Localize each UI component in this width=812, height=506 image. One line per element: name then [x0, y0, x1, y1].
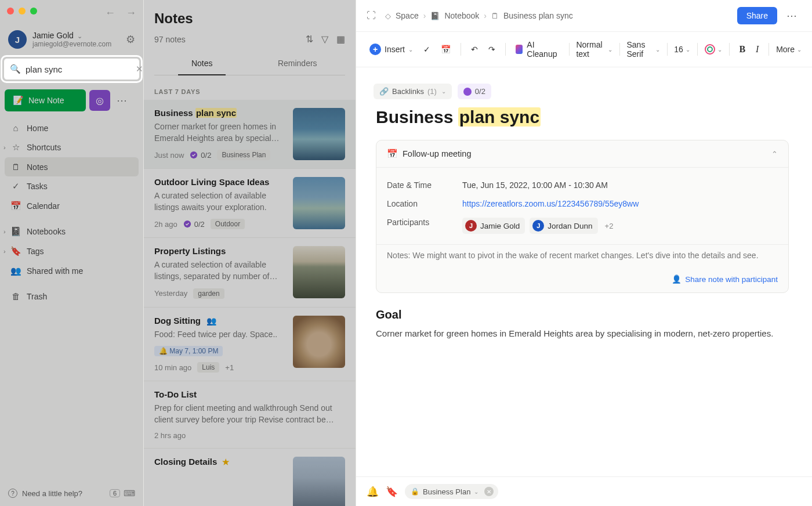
color-swatch-icon [705, 44, 715, 55]
chevron-down-icon: ⌄ [797, 46, 802, 53]
forward-button[interactable]: → [126, 7, 136, 19]
toolbar: +Insert⌄ ✓ 📅 ↶ ↷ AI Cleanup Normal text⌄… [356, 32, 812, 67]
note-list-item[interactable]: Closing Details ★ [144, 449, 356, 506]
crumb-notebook[interactable]: Notebook [444, 11, 479, 20]
avatar: J [8, 30, 27, 49]
participant-chip[interactable]: JJamie Gold [462, 218, 525, 234]
expand-icon[interactable]: ⛶ [367, 10, 376, 21]
window-traffic-lights[interactable] [7, 8, 37, 15]
remove-tag-icon[interactable]: ✕ [484, 487, 494, 496]
paragraph-style-select[interactable]: Normal text⌄ [576, 40, 612, 59]
italic-button[interactable]: I [753, 42, 762, 57]
help-row[interactable]: ? Need a little help? 6 ⌨ [0, 480, 143, 506]
avatar: J [465, 220, 477, 232]
notebook-icon: 📓 [10, 226, 21, 237]
sidebar-item-tags[interactable]: ›🔖Tags [5, 241, 139, 261]
crumb-note[interactable]: Business plan sync [503, 11, 573, 20]
expand-icon[interactable]: › [3, 228, 6, 235]
breadcrumb: ◇ Space › 📓 Notebook › 🗒 Business plan s… [385, 11, 731, 20]
insert-button[interactable]: +Insert⌄ [367, 41, 416, 57]
notes-list-panel: Notes 97 notes ⇅ ▽ ▦ Notes Reminders LAS… [144, 0, 356, 506]
maximize-window-icon[interactable] [30, 8, 37, 15]
close-window-icon[interactable] [7, 8, 14, 15]
sidebar-item-shared[interactable]: 👥Shared with me [5, 261, 139, 281]
new-note-icon: 📝 [13, 95, 24, 106]
lock-icon: 🔒 [411, 487, 419, 496]
calendar-icon[interactable]: 📅 [438, 42, 454, 56]
participant-chip[interactable]: JJordan Dunn [530, 218, 597, 234]
collapse-icon[interactable]: ⌃ [771, 150, 778, 158]
trash-icon: 🗑 [10, 291, 21, 301]
backlinks-chip[interactable]: 🔗 Backlinks (1) ⌄ [374, 84, 452, 99]
goal-text[interactable]: Corner market for green homes in Emerald… [376, 327, 789, 341]
meeting-card: 📅 Follow-up meeting ⌃ Date & Time Tue, J… [376, 140, 789, 293]
participant-name: Jamie Gold [480, 222, 520, 230]
document-body[interactable]: 🔗 Backlinks (1) ⌄ 0/2 Business plan sync… [356, 67, 812, 476]
sidebar-item-notebooks[interactable]: ›📓Notebooks [5, 222, 139, 241]
sidebar-item-tasks[interactable]: ✓Tasks [5, 176, 139, 196]
crumb-space[interactable]: Space [396, 11, 419, 20]
tag-label: Business Plan [423, 487, 470, 496]
note-thumbnail [293, 108, 345, 160]
expand-icon[interactable]: › [3, 144, 6, 151]
location-link[interactable]: https://zereatlors.zoom.us/1223456789/55… [462, 199, 639, 208]
gear-icon[interactable]: ⚙ [126, 33, 135, 46]
goal-heading[interactable]: Goal [376, 308, 789, 321]
tag-icon: 🔖 [10, 246, 21, 256]
filter-icon[interactable]: ▽ [321, 34, 328, 45]
sidebar-item-label: Notes [27, 162, 48, 172]
text-color-select[interactable]: ⌄ [705, 44, 722, 55]
bold-button[interactable]: B [736, 42, 748, 57]
tag-chip[interactable]: 🔒 Business Plan ⌄ ✕ [405, 484, 498, 499]
quick-action-button[interactable]: ◎ [89, 90, 110, 111]
sidebar-item-label: Trash [27, 292, 47, 301]
back-button[interactable]: ← [105, 7, 115, 19]
reminder-add-icon[interactable]: 🔔 [367, 486, 379, 498]
note-menu-button[interactable]: ⋯ [783, 7, 802, 24]
note-list-item[interactable]: Business plan sync Corner market for gre… [144, 100, 356, 169]
note-list-item[interactable]: Property Listings A curated selection of… [144, 238, 356, 307]
keyboard-icon[interactable]: ⌨ [124, 489, 135, 498]
sidebar-item-trash[interactable]: 🗑Trash [5, 287, 139, 306]
ai-label: AI Cleanup [527, 40, 559, 59]
sidebar-item-calendar[interactable]: 📅Calendar [5, 196, 139, 216]
clear-search-icon[interactable]: ✕ [136, 64, 143, 74]
star-icon: ☆ [10, 142, 21, 153]
share-button[interactable]: Share [737, 7, 777, 24]
backlinks-label: Backlinks [392, 87, 424, 96]
document-title[interactable]: Business plan sync [376, 107, 789, 127]
history-nav: ← → [105, 7, 136, 19]
more-format-select[interactable]: More⌄ [776, 45, 802, 54]
sidebar-item-shortcuts[interactable]: ›☆Shortcuts [5, 138, 139, 157]
more-actions-button[interactable]: ⋯ [114, 90, 131, 111]
note-list-item[interactable]: Dog Sitting 👥 Food: Feed twice per day. … [144, 308, 356, 382]
minimize-window-icon[interactable] [19, 8, 26, 15]
task-icon[interactable]: ✓ [420, 42, 433, 56]
sort-icon[interactable]: ⇅ [306, 34, 313, 45]
new-note-button[interactable]: 📝 New Note [5, 89, 86, 111]
redo-button[interactable]: ↷ [485, 42, 498, 56]
font-size-select[interactable]: 16⌄ [674, 45, 690, 54]
account-row[interactable]: J Jamie Gold ⌄ jamiegold@evernote.com ⚙ [0, 22, 143, 53]
share-with-participant-link[interactable]: 👤Share note with participant [672, 274, 778, 284]
expand-icon[interactable]: › [3, 248, 6, 255]
note-list-item[interactable]: To-Do List Prep for client meeting and w… [144, 381, 356, 449]
search-field[interactable]: 🔍 ✕ [3, 58, 140, 80]
search-input[interactable] [26, 64, 136, 74]
font-family-select[interactable]: Sans Serif⌄ [626, 40, 659, 59]
sidebar-item-notes[interactable]: 🗒Notes [5, 157, 139, 176]
ai-icon [516, 45, 523, 54]
note-list-item[interactable]: Outdoor Living Space Ideas A curated sel… [144, 169, 356, 238]
sidebar-item-home[interactable]: ⌂Home [5, 118, 139, 138]
meeting-card-header[interactable]: 📅 Follow-up meeting ⌃ [376, 140, 788, 168]
notes-count: 97 notes [154, 35, 306, 44]
undo-button[interactable]: ↶ [468, 42, 481, 56]
tag-add-icon[interactable]: 🔖 [386, 486, 398, 498]
view-grid-icon[interactable]: ▦ [336, 34, 345, 45]
task-progress-chip[interactable]: 0/2 [458, 84, 491, 99]
participants-more[interactable]: +2 [605, 222, 614, 230]
tab-reminders[interactable]: Reminders [250, 52, 346, 75]
note-excerpt: Food: Feed twice per day. Space.. [154, 329, 285, 341]
tab-notes[interactable]: Notes [154, 52, 250, 75]
ai-cleanup-button[interactable]: AI Cleanup [513, 38, 562, 61]
